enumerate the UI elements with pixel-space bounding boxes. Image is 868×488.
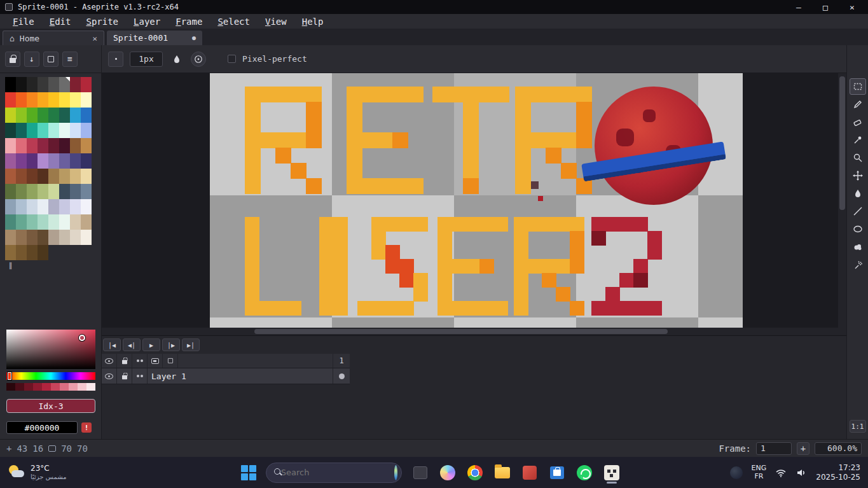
palette-swatch[interactable] [48,138,59,153]
file-explorer-button[interactable] [493,462,512,484]
palette-swatch[interactable] [16,108,27,123]
palette-swatch[interactable] [16,245,27,260]
palette-swatch[interactable] [5,184,16,199]
app-window-button[interactable] [411,462,430,484]
menu-file[interactable]: File [6,15,41,28]
search-box[interactable] [266,463,402,483]
palette-swatch[interactable] [5,214,16,230]
tab-close-icon[interactable]: × [92,34,97,43]
canvas-viewport[interactable] [102,73,846,335]
palette-swatch[interactable] [38,184,48,199]
palette-swatch[interactable] [38,230,48,245]
chrome-button[interactable] [465,462,485,484]
zoom-level-input[interactable]: 600.0% [815,442,862,455]
palette-swatch[interactable] [38,214,48,230]
palette-swatch[interactable] [70,123,81,138]
add-frame-button[interactable]: + [797,442,809,455]
spray-tool[interactable] [850,256,866,273]
one-to-one-button[interactable]: 1:1 [850,420,866,433]
hue-marker[interactable] [8,372,11,380]
link-toggle[interactable] [132,354,148,368]
pixel-perfect-checkbox[interactable] [228,55,236,63]
cel-cell[interactable] [333,368,350,384]
palette-swatch[interactable] [48,169,59,184]
palette-swatch[interactable] [27,153,38,169]
sprite-pixel-art[interactable] [210,73,743,328]
palette-swatch[interactable] [5,92,16,108]
palette-swatch[interactable] [48,184,59,199]
vertical-scrollbar[interactable] [838,73,846,328]
palette-swatch[interactable] [16,123,27,138]
palette-swatch[interactable] [59,169,70,184]
skip-first-button[interactable]: |◀ [103,338,121,351]
eyedropper-tool[interactable] [850,132,866,148]
palette-swatch[interactable] [70,108,81,123]
prev-frame-button[interactable]: ◀| [123,338,141,351]
palette-swatch[interactable] [70,230,81,245]
menu-layer[interactable]: Layer [127,15,167,28]
picker-marker[interactable] [79,335,85,341]
palette-swatch[interactable] [27,230,38,245]
palette-swatch[interactable] [59,77,70,92]
layer-visibility-toggle[interactable] [102,368,117,384]
skip-last-button[interactable]: ▶| [182,338,200,351]
palette-swatch[interactable] [38,153,48,169]
palette-menu-button[interactable]: ≡ [62,52,78,67]
ellipse-tool[interactable] [850,221,866,237]
shades-bar[interactable] [6,383,95,391]
weather-widget[interactable]: 23°C مشمس جزئيًا [8,464,67,480]
palette-swatch[interactable] [5,230,16,245]
brush-size-input[interactable]: 1px [130,52,163,67]
next-frame-button[interactable]: |▶ [162,338,180,351]
droplet-tool[interactable] [850,185,866,202]
palette-swatch[interactable] [48,153,59,169]
blur-tool[interactable] [850,239,866,255]
zoom-tool[interactable] [850,150,866,166]
shade-swatch[interactable] [51,383,60,391]
palette-swatch[interactable] [38,77,48,92]
play-button[interactable]: ▶ [142,338,160,351]
palette-swatch[interactable] [5,123,16,138]
horizontal-scrollbar-thumb[interactable] [254,329,668,334]
palette-swatch[interactable] [16,138,27,153]
frame-number-input[interactable]: 1 [756,442,792,455]
shade-swatch[interactable] [24,383,33,391]
horizontal-scrollbar[interactable] [102,328,846,335]
visibility-toggle[interactable] [102,354,117,368]
palette-presets-button[interactable] [43,52,59,67]
palette-swatch[interactable] [59,214,70,230]
volume-icon[interactable] [796,467,807,478]
red-app-button[interactable] [520,462,539,484]
palette-swatch[interactable] [48,123,59,138]
frame-column-header[interactable]: 1 [333,354,350,368]
palette-swatch[interactable] [48,230,59,245]
shade-swatch[interactable] [33,383,42,391]
palette-swatch[interactable] [27,184,38,199]
aseprite-taskbar-button[interactable] [602,462,621,484]
palette-swatch[interactable] [5,77,16,92]
palette-swatch[interactable] [81,77,92,92]
palette-swatch[interactable] [81,153,92,169]
palette-swatch[interactable] [48,77,59,92]
continuous-toggle[interactable] [148,354,163,368]
palette-swatch[interactable] [81,214,92,230]
menu-edit[interactable]: Edit [43,15,78,28]
close-button[interactable]: × [841,1,863,13]
palette-swatch[interactable] [48,92,59,108]
palette-swatch[interactable] [81,123,92,138]
palette-swatch[interactable] [81,169,92,184]
maximize-button[interactable]: □ [815,1,836,13]
rectangular-marquee-tool[interactable] [850,78,866,95]
palette-swatch[interactable] [59,184,70,199]
palette-swatch[interactable] [27,108,38,123]
palette-swatch[interactable] [16,214,27,230]
palette-swatch[interactable] [27,214,38,230]
saturation-value-picker[interactable] [6,330,95,369]
palette-swatch[interactable] [27,138,38,153]
palette-swatch[interactable] [27,169,38,184]
vertical-scrollbar-thumb[interactable] [839,76,845,210]
palette-swatch[interactable] [16,77,27,92]
layer-lock-toggle[interactable] [117,368,132,384]
shade-swatch[interactable] [60,383,69,391]
tab-home[interactable]: ⌂ Home × [3,31,104,45]
